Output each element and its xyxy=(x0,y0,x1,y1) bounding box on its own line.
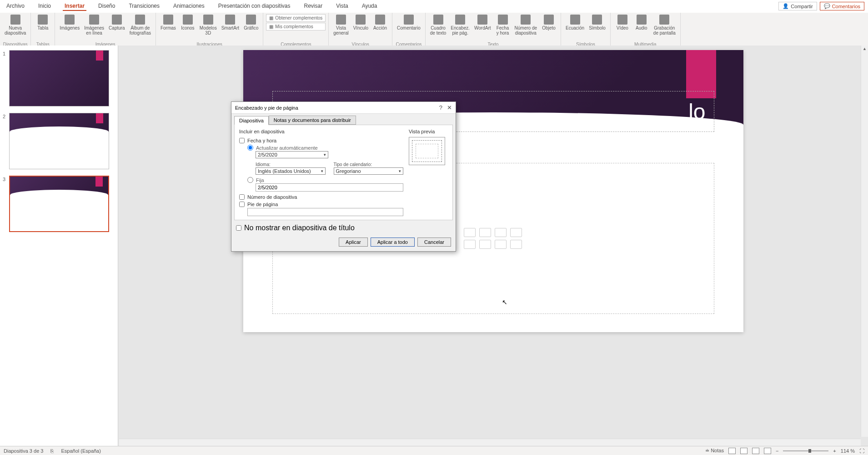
ribbon: Nueva diapositivaDiapositivasTablaTablas… xyxy=(0,13,868,48)
ribbon-btn-cuadro[interactable]: Cuadro de texto xyxy=(428,14,448,36)
fixed-date-input[interactable] xyxy=(256,183,403,192)
ribbon-btn-álbum-de[interactable]: Álbum de fotografías xyxy=(128,14,153,36)
ph-online-pic-icon[interactable] xyxy=(479,240,491,249)
ribbon-btn-gráfico[interactable]: Gráfico xyxy=(242,14,260,31)
spellcheck-icon[interactable]: ⎘ xyxy=(50,448,54,454)
menu-bar: ArchivoInicioInsertarDiseñoTransicionesA… xyxy=(0,0,868,13)
sorter-view-icon[interactable] xyxy=(740,448,748,454)
ribbon-side-obtener-complementos[interactable]: ▦Obtener complementos xyxy=(266,14,326,22)
ribbon-btn-modelos[interactable]: Modelos 3D xyxy=(198,14,219,36)
menu-item-presentación-con-diapositivas[interactable]: Presentación con diapositivas xyxy=(216,2,292,11)
calendar-type-select[interactable]: Gregoriano ▾ xyxy=(334,167,404,175)
ribbon-btn-formas[interactable]: Formas xyxy=(159,14,178,31)
ph-3d-icon[interactable] xyxy=(510,228,522,237)
menu-item-insertar[interactable]: Insertar xyxy=(63,2,86,11)
ribbon-btn-encabez.[interactable]: Encabez. pie pág. xyxy=(449,14,472,36)
share-button[interactable]: 👤 Compartir xyxy=(778,2,817,10)
ribbon-btn-imágenes[interactable]: Imágenes en línea xyxy=(82,14,106,36)
ribbon-btn-vínculo[interactable]: Vínculo xyxy=(351,14,370,31)
ribbon-group-ilustraciones: FormasIconosModelos 3DSmartArtGráficoIlu… xyxy=(156,13,263,48)
thumbnail-1[interactable] xyxy=(9,50,109,106)
ribbon-btn-vídeo[interactable]: Vídeo xyxy=(613,14,632,31)
menu-item-archivo[interactable]: Archivo xyxy=(5,2,26,11)
thumbnail-2[interactable] xyxy=(9,113,109,169)
slide-number-checkbox[interactable] xyxy=(239,194,245,200)
ribbon-btn-captura[interactable]: Captura xyxy=(107,14,127,31)
zoom-out-button[interactable]: − xyxy=(776,448,778,454)
menu-item-vista[interactable]: Vista xyxy=(334,2,350,11)
ribbon-btn-smartart[interactable]: SmartArt xyxy=(220,14,241,31)
thumbnail-pane: 123 xyxy=(0,46,118,446)
ribbon-icon xyxy=(617,15,627,25)
thumb-accent xyxy=(96,113,103,123)
ribbon-btn-símbolo[interactable]: Símbolo xyxy=(587,14,607,31)
ribbon-side-mis-complementos[interactable]: ▦Mis complementos xyxy=(266,23,326,30)
ribbon-btn-grabación[interactable]: Grabación de pantalla xyxy=(652,14,677,36)
ribbon-btn-número-de[interactable]: Número de diapositiva xyxy=(513,14,539,36)
reading-view-icon[interactable] xyxy=(752,448,759,454)
ribbon-btn-objeto[interactable]: Objeto xyxy=(540,14,558,31)
ribbon-btn-vista[interactable]: Vista general xyxy=(331,14,350,36)
ribbon-btn-nueva[interactable]: Nueva diapositiva xyxy=(3,14,28,36)
horizontal-scrollbar[interactable] xyxy=(119,439,861,446)
footer-checkbox[interactable] xyxy=(239,202,245,207)
ribbon-btn-label: Vídeo xyxy=(617,25,628,30)
ribbon-btn-acción[interactable]: Acción xyxy=(371,14,389,31)
ph-table-icon[interactable] xyxy=(464,228,476,237)
placeholder-icons[interactable] xyxy=(464,228,523,249)
tab-notes-handouts[interactable]: Notas y documentos para distribuir xyxy=(269,116,356,125)
vertical-scrollbar[interactable]: ▲ xyxy=(861,46,868,437)
date-time-checkbox[interactable] xyxy=(239,138,245,143)
ribbon-group-tablas: TablaTablas xyxy=(31,13,55,48)
menu-item-transiciones[interactable]: Transiciones xyxy=(127,2,161,11)
apply-all-button[interactable]: Aplicar a todo xyxy=(371,238,415,247)
thumbnail-3[interactable] xyxy=(9,176,109,232)
comments-button[interactable]: 💬 Comentarios xyxy=(820,2,864,10)
ribbon-btn-fecha[interactable]: Fecha y hora xyxy=(494,14,512,36)
scroll-up-icon[interactable]: ▲ xyxy=(861,46,868,52)
include-section-label: Incluir en diapositiva xyxy=(239,129,403,134)
menu-item-revisar[interactable]: Revisar xyxy=(302,2,324,11)
ribbon-btn-comentario[interactable]: Comentario xyxy=(395,14,422,31)
ph-chart-icon[interactable] xyxy=(479,228,491,237)
apply-button[interactable]: Aplicar xyxy=(339,238,368,247)
dialog-close-button[interactable]: ✕ xyxy=(447,104,452,111)
zoom-level[interactable]: 114 % xyxy=(841,448,855,454)
ph-icon-icon[interactable] xyxy=(510,240,522,249)
slideshow-view-icon[interactable] xyxy=(764,448,771,454)
ph-picture-icon[interactable] xyxy=(464,240,476,249)
date-format-select[interactable]: 2/5/2020 ▾ xyxy=(256,151,328,158)
ribbon-icon xyxy=(183,15,193,25)
dialog-help-button[interactable]: ? xyxy=(439,104,442,111)
ph-video-icon[interactable] xyxy=(495,240,507,249)
ribbon-btn-iconos[interactable]: Iconos xyxy=(179,14,197,31)
tab-slide[interactable]: Diapositiva xyxy=(234,116,269,125)
language-select[interactable]: Inglés (Estados Unidos) ▾ xyxy=(256,167,326,175)
zoom-in-button[interactable]: + xyxy=(833,448,836,454)
dialog-titlebar[interactable]: Encabezado y pie de página ? ✕ xyxy=(231,102,456,114)
ribbon-btn-label: Formas xyxy=(161,25,176,30)
ph-smartart-icon[interactable] xyxy=(495,228,507,237)
menu-item-diseño[interactable]: Diseño xyxy=(96,2,117,11)
notes-toggle[interactable]: ≐ Notas xyxy=(705,448,724,454)
footer-input[interactable] xyxy=(247,208,403,216)
ribbon-btn-tabla[interactable]: Tabla xyxy=(34,14,52,31)
ribbon-icon xyxy=(498,15,508,25)
menu-item-animaciones[interactable]: Animaciones xyxy=(171,2,206,11)
ribbon-btn-ecuación[interactable]: Ecuación xyxy=(564,14,586,31)
zoom-slider[interactable] xyxy=(783,450,828,451)
zoom-thumb[interactable] xyxy=(808,449,811,453)
ribbon-btn-audio[interactable]: Audio xyxy=(632,14,651,31)
fixed-radio[interactable] xyxy=(247,177,253,183)
ribbon-btn-wordart[interactable]: WordArt xyxy=(472,14,493,31)
normal-view-icon[interactable] xyxy=(728,448,736,454)
menu-item-inicio[interactable]: Inicio xyxy=(36,2,53,11)
no-title-slide-checkbox[interactable] xyxy=(236,225,241,231)
cancel-button[interactable]: Cancelar xyxy=(417,238,451,247)
menu-item-ayuda[interactable]: Ayuda xyxy=(360,2,379,11)
ribbon-btn-imágenes[interactable]: Imágenes xyxy=(58,14,81,31)
language-status[interactable]: Español (España) xyxy=(61,448,100,454)
thumb-row: 2 xyxy=(3,113,115,169)
auto-update-radio[interactable] xyxy=(247,145,253,151)
fit-window-icon[interactable]: ⛶ xyxy=(859,448,864,454)
